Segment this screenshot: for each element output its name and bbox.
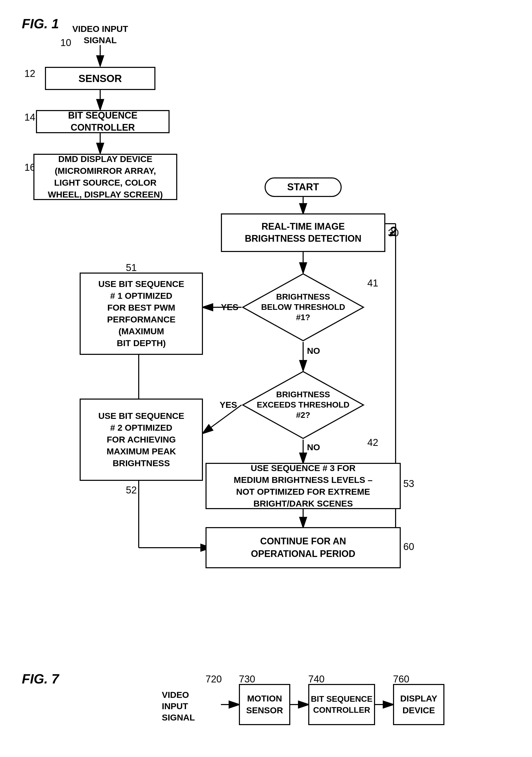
fig2-seq3-box: USE SEQUENCE # 3 FORMEDIUM BRIGHTNESS LE… — [206, 463, 401, 509]
fig2-ref51: 51 — [126, 262, 137, 273]
fig2-ref52: 52 — [126, 485, 137, 496]
svg-text:BELOW THRESHOLD: BELOW THRESHOLD — [261, 302, 345, 312]
fig2-ref41: 41 — [367, 278, 378, 289]
fig2-ref60: 60 — [403, 541, 414, 552]
fig7-ref760: 760 — [393, 674, 409, 685]
fig2-seq2-box: USE BIT SEQUENCE# 2 OPTIMIZEDFOR ACHIEVI… — [80, 399, 203, 481]
fig2-no1-label: NO — [307, 346, 320, 356]
fig2-realtime-box: REAL-TIME IMAGEBRIGHTNESS DETECTION — [221, 213, 385, 252]
fig7-ref720: 720 — [206, 674, 222, 685]
fig2-diamond42: BRIGHTNESS EXCEEDS THRESHOLD #2? — [241, 370, 365, 440]
fig1-label: FIG. 1 — [22, 16, 59, 31]
fig7-label: FIG. 7 — [22, 671, 59, 686]
svg-text:BRIGHTNESS: BRIGHTNESS — [276, 390, 330, 399]
fig7-display-box: DISPLAYDEVICE — [393, 684, 444, 725]
fig2-seq1-box: USE BIT SEQUENCE# 1 OPTIMIZEDFOR BEST PW… — [80, 273, 203, 355]
fig2-no2-label: NO — [307, 442, 320, 452]
fig1-sensor-box: SENSOR — [45, 67, 155, 90]
fig7-bsc-box: BIT SEQUENCECONTROLLER — [308, 684, 375, 725]
fig2-yes2-label: YES — [220, 400, 237, 410]
fig1-ref14: 14 — [24, 112, 35, 123]
fig2-yes1-label: YES — [221, 302, 238, 312]
fig2-diamond41: BRIGHTNESS BELOW THRESHOLD #1? — [241, 273, 365, 342]
fig7-video-input-label: VIDEOINPUTSIGNAL — [162, 689, 195, 723]
fig2-start-box: START — [265, 177, 342, 197]
fig7-ref730: 730 — [239, 674, 255, 685]
svg-text:#2?: #2? — [296, 410, 310, 420]
svg-text:EXCEEDS THRESHOLD: EXCEEDS THRESHOLD — [257, 400, 350, 409]
fig1-ref10: 10 — [60, 37, 71, 48]
fig2-continue-box: CONTINUE FOR ANOPERATIONAL PERIOD — [206, 527, 401, 568]
svg-text:#1?: #1? — [296, 313, 310, 322]
svg-text:BRIGHTNESS: BRIGHTNESS — [276, 292, 330, 301]
fig1-dmd-box: DMD DISPLAY DEVICE(MICROMIRROR ARRAY,LIG… — [33, 154, 177, 200]
fig7-motion-sensor-box: MOTIONSENSOR — [239, 684, 290, 725]
fig1-bsc-box: BIT SEQUENCE CONTROLLER — [36, 110, 170, 133]
fig1-video-input-label: VIDEO INPUTSIGNAL — [70, 23, 131, 46]
fig2-ref53: 53 — [403, 478, 414, 489]
fig2-ref42: 42 — [367, 437, 378, 448]
fig1-ref12: 12 — [24, 68, 35, 79]
fig7-ref740: 740 — [308, 674, 324, 685]
fig2-ref30: 30 — [388, 227, 399, 239]
